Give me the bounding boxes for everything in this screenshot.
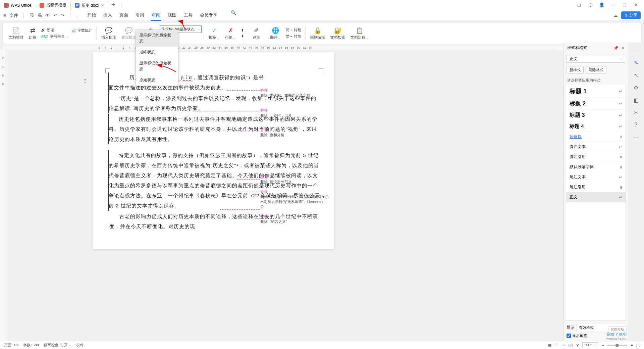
style-item-endnote-ref[interactable]: 尾注引用a (566, 182, 626, 192)
revision-item[interactable]: 香香 删除: 类研究。在书面记录之前 (260, 88, 331, 98)
spell-status[interactable]: 拼写检查: 打开 ⌄ (44, 343, 71, 348)
revision-item[interactable]: 香香 删除: ，介绍，以及 (260, 108, 331, 118)
zoom-out-icon[interactable]: ⚲ (576, 343, 579, 347)
finalize-button[interactable]: 📋 文档定稿 ⌄ (348, 27, 372, 40)
tools-icon[interactable]: ✂ (634, 109, 638, 116)
save-icon[interactable]: 🖫 (29, 13, 34, 18)
to-traditional-button[interactable]: 简➝转繁 (286, 28, 301, 33)
tab-document[interactable]: 历史.docx × (70, 1, 108, 10)
style-item-footnote-text[interactable]: 脚注文本↵ (566, 142, 626, 152)
style-item-footnote-ref[interactable]: 脚注引用a (566, 152, 626, 162)
revision-item[interactable]: 香香 删除: 文化遗产或传说，因为它们没有显示出对历史学科的"无私调查"。Her… (260, 189, 331, 209)
close-icon[interactable]: × (101, 3, 104, 8)
tab-tools[interactable]: 工具 (183, 10, 193, 21)
finalize-icon: 📋 (356, 27, 363, 34)
print-icon[interactable]: 🖶 (37, 13, 42, 18)
help-icon[interactable]: ? (635, 122, 638, 128)
fullscreen-icon[interactable]: ⛶ (636, 343, 640, 347)
revision-item[interactable]: 香香 删除: 但没有外部来 (260, 174, 331, 185)
collapse-icon[interactable]: — (633, 48, 639, 54)
prev-change-button[interactable]: ⬆ (241, 28, 244, 33)
pin-icon[interactable]: 📌 (613, 46, 619, 50)
read-aloud-button[interactable]: 🔊朗读 (41, 28, 69, 33)
redo-icon[interactable]: ↷ (61, 13, 65, 18)
word-count[interactable]: 字数: 588 (23, 343, 39, 348)
view-read-icon[interactable]: 📖 (568, 343, 573, 347)
more-icon[interactable]: ⋯ (633, 134, 639, 140)
accept-button[interactable]: ✓ 接受 ⌄ (206, 27, 222, 40)
markup-option-final[interactable]: 最终状态 (136, 47, 178, 58)
search-icon[interactable]: 🔍 (231, 10, 236, 21)
user-icon[interactable]: 👤 (598, 2, 605, 7)
settings-icon[interactable]: ⚙ (634, 85, 638, 91)
freehand-button[interactable]: ✐ 画笔 (250, 27, 263, 40)
file-menu[interactable]: 文件 (9, 12, 18, 18)
current-style-select[interactable]: 正文 ⌄ (567, 55, 625, 63)
tab-page[interactable]: 页面 (119, 10, 129, 21)
markup-option-original[interactable]: 原始状态 (136, 74, 178, 86)
to-simplified-button[interactable]: 繁➝转简 (286, 34, 301, 39)
style-item-heading1[interactable]: 标题 1↵ (566, 85, 626, 98)
layers-icon[interactable]: ◧ (634, 97, 639, 103)
tab-wps-office[interactable]: WPS Office (0, 1, 36, 10)
maximize-icon[interactable]: ▢ (621, 2, 628, 7)
reject-button[interactable]: ✗ 拒绝 ⌄ (222, 27, 239, 40)
zoom-minus[interactable]: − (602, 343, 604, 347)
tab-view[interactable]: 视图 (167, 10, 177, 21)
share-button[interactable]: ⇪ 分享 (621, 11, 641, 19)
page-1[interactable]: ⠿ 历史（希腊语 ί σ τ ο ρ ί α，通过调查获得的知识"）是书面文件中… (93, 52, 334, 249)
style-item-heading3[interactable]: 标题 3↵ (566, 110, 626, 121)
translate-button[interactable]: 🌐 翻译 ⌄ (267, 27, 284, 40)
view-print-icon[interactable]: ▦ (548, 343, 551, 347)
cube-icon[interactable]: ⬡ (587, 2, 594, 7)
next-change-button[interactable]: ⬇ (241, 34, 244, 38)
tab-daokemoban[interactable]: 找稻壳模板 (36, 1, 70, 10)
compare-button[interactable]: ⇄ 比较 (26, 27, 39, 40)
revision-item[interactable]: 香香 删除: 查和分析 (260, 128, 331, 138)
cloud-icon[interactable]: ☁ (613, 13, 618, 18)
tab-reference[interactable]: 引用 (135, 10, 145, 21)
restrict-editing-button[interactable]: 🔒 限制编辑 (308, 27, 328, 40)
style-item-endnote-text[interactable]: 尾注文本↵ (566, 172, 626, 182)
close-panel-icon[interactable]: ✕ (621, 46, 625, 50)
tab-member[interactable]: 会员专享 (199, 10, 218, 21)
drag-handle-icon[interactable]: ⠿ (83, 79, 87, 84)
format-icon[interactable]: ✎ (634, 60, 638, 66)
close-window-icon[interactable]: ✕ (633, 2, 639, 7)
clear-format-button[interactable]: 清除格式 (586, 66, 606, 74)
style-item-normal[interactable]: 正文↵ (566, 192, 626, 202)
insert-comment-button[interactable]: 💬 插入批注 (99, 27, 119, 40)
zoom-slider[interactable] (607, 345, 628, 346)
markup-option-final-with-markup[interactable]: 显示标记的最终状态 (136, 30, 178, 47)
revision-item[interactable]: 香香 删除: "谎言之父" (260, 214, 331, 224)
window-restore-icon[interactable]: ◻ (576, 2, 582, 7)
spell-check-button[interactable]: ABC拼写检查⌄ (41, 34, 69, 39)
zoom-plus[interactable]: + (631, 343, 633, 347)
encrypt-button[interactable]: 🔐 文档加密 (328, 27, 348, 40)
smart-template-badge[interactable]: 智能排版 (608, 326, 627, 333)
print-preview-icon[interactable]: 👁 (45, 13, 50, 18)
vertical-ruler[interactable]: 2468 (0, 50, 6, 341)
tab-start[interactable]: 开始 (87, 10, 97, 21)
new-tab-button[interactable]: + (108, 1, 119, 8)
qat-dropdown[interactable]: ⌄ (76, 14, 78, 17)
doc-check-button[interactable]: 📄 文档校对 (6, 27, 26, 40)
page-indicator[interactable]: 页面: 1/2 (4, 343, 18, 348)
select-icon[interactable]: ↖ (634, 72, 638, 79)
style-item-hyperlink[interactable]: 超链接a (566, 132, 626, 142)
style-item-heading4[interactable]: 标题 4↵ (566, 121, 626, 132)
new-style-button[interactable]: 新样式 (567, 66, 584, 74)
tab-insert[interactable]: 插入 (103, 10, 113, 21)
tab-review[interactable]: 审阅 (151, 10, 161, 21)
view-web-icon[interactable]: ▭ (561, 343, 565, 347)
mode-indicator[interactable]: 校对 (76, 343, 84, 348)
markup-option-original-with-markup[interactable]: 显示标记的原始状态 (136, 58, 178, 74)
undo-icon[interactable]: ↶ (53, 13, 57, 18)
minimize-icon[interactable]: — (610, 2, 616, 7)
view-outline-icon[interactable]: ☰ (555, 343, 558, 347)
style-item-default-font[interactable]: 默认段落字体a (566, 162, 626, 172)
hamburger-icon[interactable]: ≡ (3, 13, 6, 18)
zoom-select[interactable]: 90% ⌄ (582, 342, 598, 348)
word-count-button[interactable]: 📊字数统计 (71, 28, 92, 33)
style-item-heading2[interactable]: 标题 2↵ (566, 98, 626, 110)
